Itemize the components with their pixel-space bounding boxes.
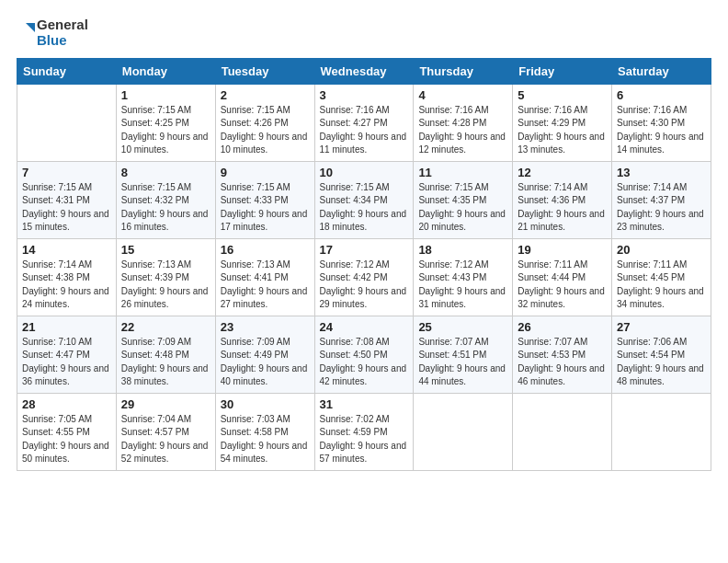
day-number: 17 (320, 243, 409, 257)
day-info: Sunrise: 7:07 AM Sunset: 4:51 PM Dayligh… (418, 336, 507, 389)
logo-svg: General Blue (17, 17, 88, 49)
day-number: 12 (518, 166, 607, 179)
day-info: Sunrise: 7:02 AM Sunset: 4:59 PM Dayligh… (320, 413, 409, 466)
calendar-cell: 22Sunrise: 7:09 AM Sunset: 4:48 PM Dayli… (116, 316, 215, 393)
calendar-cell: 13Sunrise: 7:14 AM Sunset: 4:37 PM Dayli… (612, 161, 711, 238)
day-number: 16 (221, 243, 310, 257)
weekday-header-tuesday: Tuesday (215, 58, 314, 84)
day-number: 15 (121, 243, 210, 257)
weekday-header-thursday: Thursday (414, 58, 513, 84)
calendar-cell: 21Sunrise: 7:10 AM Sunset: 4:47 PM Dayli… (17, 316, 117, 393)
day-number: 5 (518, 88, 607, 102)
calendar-cell: 12Sunrise: 7:14 AM Sunset: 4:36 PM Dayli… (513, 161, 612, 238)
calendar-cell: 14Sunrise: 7:14 AM Sunset: 4:38 PM Dayli… (17, 238, 117, 316)
calendar-cell: 10Sunrise: 7:15 AM Sunset: 4:34 PM Dayli… (314, 161, 414, 238)
day-number: 20 (617, 243, 706, 257)
day-info: Sunrise: 7:14 AM Sunset: 4:36 PM Dayligh… (518, 181, 607, 235)
day-number: 25 (418, 320, 507, 334)
day-info: Sunrise: 7:11 AM Sunset: 4:44 PM Dayligh… (518, 259, 607, 312)
day-info: Sunrise: 7:13 AM Sunset: 4:39 PM Dayligh… (121, 259, 210, 312)
weekday-header-saturday: Saturday (612, 58, 711, 84)
calendar-cell: 19Sunrise: 7:11 AM Sunset: 4:44 PM Dayli… (513, 238, 612, 316)
calendar-cell: 25Sunrise: 7:07 AM Sunset: 4:51 PM Dayli… (414, 316, 513, 393)
calendar-cell: 15Sunrise: 7:13 AM Sunset: 4:39 PM Dayli… (116, 238, 215, 316)
day-number: 19 (518, 243, 607, 257)
day-info: Sunrise: 7:04 AM Sunset: 4:57 PM Dayligh… (121, 413, 210, 466)
day-info: Sunrise: 7:09 AM Sunset: 4:49 PM Dayligh… (221, 336, 310, 389)
weekday-header-sunday: Sunday (17, 58, 117, 84)
weekday-header-wednesday: Wednesday (314, 58, 414, 84)
day-number: 11 (418, 166, 507, 179)
logo: General Blue (17, 17, 88, 49)
calendar-cell: 8Sunrise: 7:15 AM Sunset: 4:32 PM Daylig… (116, 161, 215, 238)
calendar-cell: 24Sunrise: 7:08 AM Sunset: 4:50 PM Dayli… (314, 316, 414, 393)
logo-text-general: General (37, 17, 88, 32)
day-number: 3 (320, 88, 409, 102)
day-info: Sunrise: 7:15 AM Sunset: 4:26 PM Dayligh… (221, 104, 310, 157)
day-number: 23 (221, 320, 310, 334)
calendar-week-row: 28Sunrise: 7:05 AM Sunset: 4:55 PM Dayli… (17, 393, 711, 470)
day-number: 14 (22, 243, 111, 257)
header: General Blue (17, 17, 711, 49)
calendar-cell: 7Sunrise: 7:15 AM Sunset: 4:31 PM Daylig… (17, 161, 117, 238)
svg-marker-0 (26, 23, 35, 32)
day-info: Sunrise: 7:16 AM Sunset: 4:27 PM Dayligh… (320, 104, 409, 157)
calendar-cell: 5Sunrise: 7:16 AM Sunset: 4:29 PM Daylig… (513, 84, 612, 161)
logo-text-blue: Blue (37, 32, 88, 48)
day-info: Sunrise: 7:13 AM Sunset: 4:41 PM Dayligh… (221, 259, 310, 312)
day-number: 21 (22, 320, 111, 334)
calendar-cell: 30Sunrise: 7:03 AM Sunset: 4:58 PM Dayli… (215, 393, 314, 470)
day-info: Sunrise: 7:03 AM Sunset: 4:58 PM Dayligh… (221, 413, 310, 466)
day-number: 7 (22, 166, 111, 179)
calendar-cell: 1Sunrise: 7:15 AM Sunset: 4:25 PM Daylig… (116, 84, 215, 161)
calendar-cell: 26Sunrise: 7:07 AM Sunset: 4:53 PM Dayli… (513, 316, 612, 393)
day-info: Sunrise: 7:14 AM Sunset: 4:38 PM Dayligh… (22, 259, 111, 312)
calendar-cell: 17Sunrise: 7:12 AM Sunset: 4:42 PM Dayli… (314, 238, 414, 316)
calendar-cell: 27Sunrise: 7:06 AM Sunset: 4:54 PM Dayli… (612, 316, 711, 393)
day-info: Sunrise: 7:15 AM Sunset: 4:34 PM Dayligh… (320, 181, 409, 235)
calendar-cell (612, 393, 711, 470)
day-info: Sunrise: 7:12 AM Sunset: 4:43 PM Dayligh… (418, 259, 507, 312)
day-number: 10 (320, 166, 409, 179)
day-info: Sunrise: 7:14 AM Sunset: 4:37 PM Dayligh… (617, 181, 706, 235)
day-info: Sunrise: 7:07 AM Sunset: 4:53 PM Dayligh… (518, 336, 607, 389)
calendar-cell: 29Sunrise: 7:04 AM Sunset: 4:57 PM Dayli… (116, 393, 215, 470)
calendar-cell: 16Sunrise: 7:13 AM Sunset: 4:41 PM Dayli… (215, 238, 314, 316)
page: General Blue SundayMondayTuesdayWednesda… (0, 0, 728, 563)
day-number: 24 (320, 320, 409, 334)
calendar-week-row: 7Sunrise: 7:15 AM Sunset: 4:31 PM Daylig… (17, 161, 711, 238)
calendar-cell (513, 393, 612, 470)
day-number: 1 (121, 88, 210, 102)
calendar-cell: 20Sunrise: 7:11 AM Sunset: 4:45 PM Dayli… (612, 238, 711, 316)
calendar-cell: 6Sunrise: 7:16 AM Sunset: 4:30 PM Daylig… (612, 84, 711, 161)
day-number: 9 (221, 166, 310, 179)
calendar-week-row: 14Sunrise: 7:14 AM Sunset: 4:38 PM Dayli… (17, 238, 711, 316)
weekday-header-row: SundayMondayTuesdayWednesdayThursdayFrid… (17, 58, 711, 84)
day-number: 2 (221, 88, 310, 102)
day-number: 30 (221, 397, 310, 411)
calendar-cell (414, 393, 513, 470)
day-number: 27 (617, 320, 706, 334)
day-info: Sunrise: 7:15 AM Sunset: 4:35 PM Dayligh… (418, 181, 507, 235)
day-number: 13 (617, 166, 706, 179)
day-number: 18 (418, 243, 507, 257)
day-number: 31 (320, 397, 409, 411)
day-info: Sunrise: 7:15 AM Sunset: 4:31 PM Dayligh… (22, 181, 111, 235)
day-info: Sunrise: 7:05 AM Sunset: 4:55 PM Dayligh… (22, 413, 111, 466)
calendar-cell: 18Sunrise: 7:12 AM Sunset: 4:43 PM Dayli… (414, 238, 513, 316)
day-info: Sunrise: 7:06 AM Sunset: 4:54 PM Dayligh… (617, 336, 706, 389)
day-number: 22 (121, 320, 210, 334)
calendar-cell: 9Sunrise: 7:15 AM Sunset: 4:33 PM Daylig… (215, 161, 314, 238)
day-info: Sunrise: 7:15 AM Sunset: 4:25 PM Dayligh… (121, 104, 210, 157)
weekday-header-friday: Friday (513, 58, 612, 84)
logo-bird-icon (17, 19, 35, 45)
calendar-cell: 11Sunrise: 7:15 AM Sunset: 4:35 PM Dayli… (414, 161, 513, 238)
calendar-cell: 4Sunrise: 7:16 AM Sunset: 4:28 PM Daylig… (414, 84, 513, 161)
day-info: Sunrise: 7:16 AM Sunset: 4:29 PM Dayligh… (518, 104, 607, 157)
calendar-cell (17, 84, 117, 161)
day-info: Sunrise: 7:15 AM Sunset: 4:32 PM Dayligh… (121, 181, 210, 235)
day-number: 8 (121, 166, 210, 179)
calendar-cell: 3Sunrise: 7:16 AM Sunset: 4:27 PM Daylig… (314, 84, 414, 161)
day-number: 4 (418, 88, 507, 102)
day-info: Sunrise: 7:09 AM Sunset: 4:48 PM Dayligh… (121, 336, 210, 389)
